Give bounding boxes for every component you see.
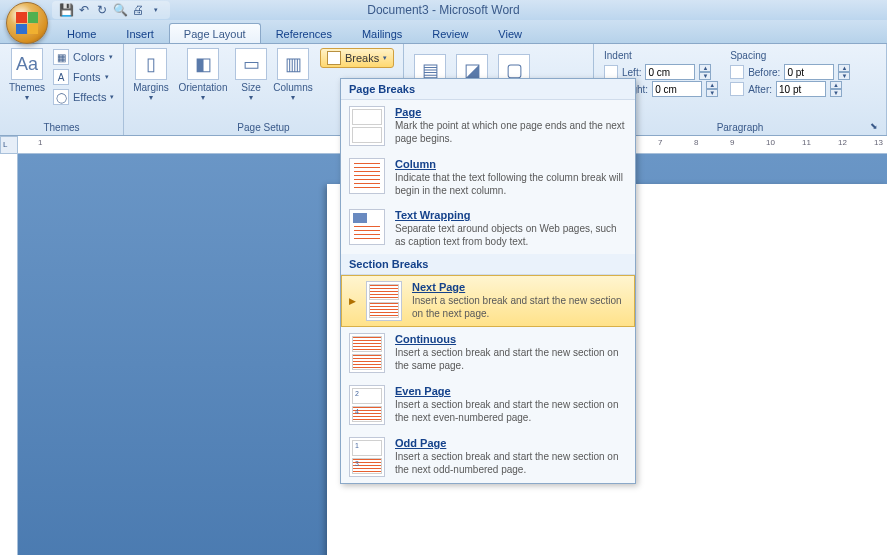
margins-icon: ▯ — [135, 48, 167, 80]
window-title: Document3 - Microsoft Word — [367, 3, 520, 17]
fonts-icon: A — [53, 69, 69, 85]
qat-dropdown-icon[interactable]: ▾ — [148, 2, 164, 18]
spacing-header: Spacing — [730, 50, 850, 63]
spacing-after-input[interactable] — [776, 81, 826, 97]
submenu-arrow-icon: ▶ — [349, 296, 356, 306]
columns-icon: ▥ — [277, 48, 309, 80]
indent-right-input[interactable] — [652, 81, 702, 97]
themes-group-label: Themes — [4, 121, 119, 135]
effects-icon: ◯ — [53, 89, 69, 105]
chevron-down-icon: ▾ — [25, 93, 29, 102]
spacing-before-input[interactable] — [784, 64, 834, 80]
size-button[interactable]: ▭Size▾ — [232, 46, 270, 104]
breaks-dropdown: Page Breaks PageMark the point at which … — [340, 78, 636, 484]
spacing-after-spinner[interactable]: ▲▼ — [830, 81, 842, 97]
tab-review[interactable]: Review — [417, 23, 483, 43]
break-odd-page-item[interactable]: 13 Odd PageInsert a section break and st… — [341, 431, 635, 483]
odd-page-break-icon: 13 — [349, 437, 385, 477]
columns-button[interactable]: ▥Columns▾ — [270, 46, 316, 104]
themes-icon: Aa — [11, 48, 43, 80]
quick-access-toolbar: 💾 ↶ ↻ 🔍 🖨 ▾ — [52, 1, 170, 19]
chevron-down-icon: ▾ — [383, 54, 387, 62]
spacing-before-spinner[interactable]: ▲▼ — [838, 64, 850, 80]
themes-button[interactable]: Aa Themes ▾ — [4, 46, 50, 104]
continuous-break-icon — [349, 333, 385, 373]
title-bar: 💾 ↶ ↻ 🔍 🖨 ▾ Document3 - Microsoft Word — [0, 0, 887, 20]
tab-page-layout[interactable]: Page Layout — [169, 23, 261, 43]
theme-fonts-button[interactable]: AFonts▾ — [50, 68, 117, 86]
redo-icon[interactable]: ↻ — [94, 2, 110, 18]
colors-icon: ▦ — [53, 49, 69, 65]
tab-references[interactable]: References — [261, 23, 347, 43]
office-button[interactable] — [6, 2, 48, 44]
break-column-item[interactable]: ColumnIndicate that the text following t… — [341, 152, 635, 203]
spacing-before-icon — [730, 65, 744, 79]
orientation-button[interactable]: ◧Orientation▾ — [174, 46, 232, 104]
indent-left-spinner[interactable]: ▲▼ — [699, 64, 711, 80]
breaks-button[interactable]: Breaks ▾ — [320, 48, 394, 68]
tab-view[interactable]: View — [483, 23, 537, 43]
theme-effects-button[interactable]: ◯Effects▾ — [50, 88, 117, 106]
save-icon[interactable]: 💾 — [58, 2, 74, 18]
page-breaks-section-header: Page Breaks — [341, 79, 635, 100]
ribbon-tabs: Home Insert Page Layout References Maili… — [0, 20, 887, 44]
spacing-after-field: After: ▲▼ — [730, 81, 850, 97]
indent-left-input[interactable] — [645, 64, 695, 80]
margins-button[interactable]: ▯Margins▾ — [128, 46, 174, 104]
size-icon: ▭ — [235, 48, 267, 80]
orientation-icon: ◧ — [187, 48, 219, 80]
break-textwrap-item[interactable]: Text WrappingSeparate text around object… — [341, 203, 635, 254]
tab-insert[interactable]: Insert — [111, 23, 169, 43]
indent-header: Indent — [604, 50, 718, 63]
print-icon[interactable]: 🖨 — [130, 2, 146, 18]
text-wrapping-break-icon — [349, 209, 385, 245]
even-page-break-icon: 24 — [349, 385, 385, 425]
page-break-icon — [349, 106, 385, 146]
paragraph-group-label: Paragraph⬊ — [598, 121, 882, 135]
breaks-icon — [327, 51, 341, 65]
tab-mailings[interactable]: Mailings — [347, 23, 417, 43]
themes-label: Themes — [9, 82, 45, 93]
theme-colors-button[interactable]: ▦Colors▾ — [50, 48, 117, 66]
break-even-page-item[interactable]: 24 Even PageInsert a section break and s… — [341, 379, 635, 431]
dialog-launcher-icon[interactable]: ⬊ — [868, 121, 880, 133]
break-continuous-item[interactable]: ContinuousInsert a section break and sta… — [341, 327, 635, 379]
ruler-corner: L — [0, 136, 18, 154]
column-break-icon — [349, 158, 385, 194]
print-preview-icon[interactable]: 🔍 — [112, 2, 128, 18]
spacing-after-icon — [730, 82, 744, 96]
next-page-break-icon — [366, 281, 402, 321]
vertical-ruler[interactable] — [0, 154, 18, 555]
indent-left-icon — [604, 65, 618, 79]
indent-right-spinner[interactable]: ▲▼ — [706, 81, 718, 97]
section-breaks-section-header: Section Breaks — [341, 254, 635, 275]
spacing-before-field: Before: ▲▼ — [730, 64, 850, 80]
break-next-page-item[interactable]: ▶ Next PageInsert a section break and st… — [341, 275, 635, 327]
break-page-item[interactable]: PageMark the point at which one page end… — [341, 100, 635, 152]
undo-icon[interactable]: ↶ — [76, 2, 92, 18]
tab-home[interactable]: Home — [52, 23, 111, 43]
